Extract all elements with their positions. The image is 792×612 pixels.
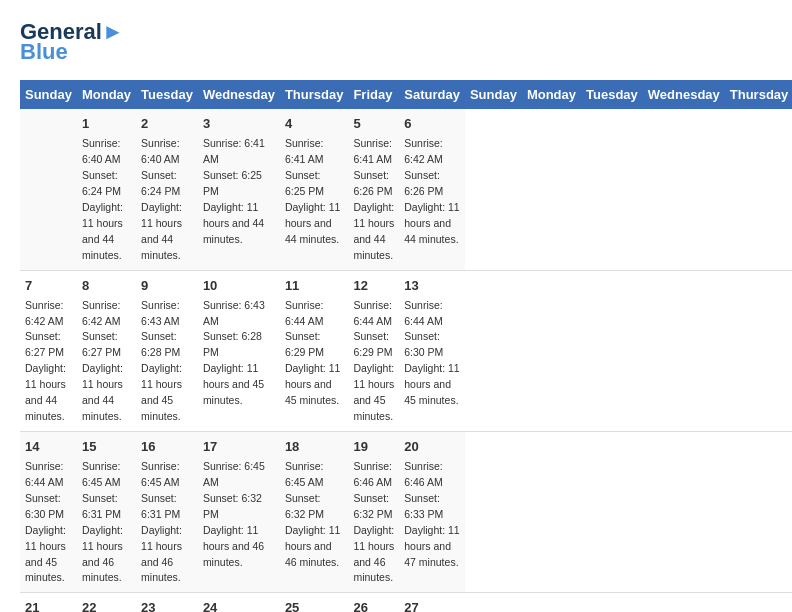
calendar-day-cell: 23Sunrise: 6:46 AMSunset: 6:34 PMDayligh… <box>136 593 198 612</box>
day-info: Sunrise: 6:41 AMSunset: 6:25 PMDaylight:… <box>203 137 265 245</box>
calendar-day-header: Thursday <box>725 80 792 109</box>
calendar-day-cell <box>20 109 77 270</box>
calendar-day-cell: 1Sunrise: 6:40 AMSunset: 6:24 PMDaylight… <box>77 109 136 270</box>
calendar-week-row: 21Sunrise: 6:46 AMSunset: 6:33 PMDayligh… <box>20 593 792 612</box>
page-header: General► Blue <box>20 20 772 64</box>
calendar-day-cell: 10Sunrise: 6:43 AMSunset: 6:28 PMDayligh… <box>198 270 280 431</box>
calendar-day-cell: 26Sunrise: 6:47 AMSunset: 6:35 PMDayligh… <box>348 593 399 612</box>
day-info: Sunrise: 6:41 AMSunset: 6:25 PMDaylight:… <box>285 137 340 245</box>
day-number: 17 <box>203 438 275 457</box>
day-number: 6 <box>404 115 460 134</box>
day-info: Sunrise: 6:42 AMSunset: 6:27 PMDaylight:… <box>25 299 66 423</box>
calendar-day-cell: 20Sunrise: 6:46 AMSunset: 6:33 PMDayligh… <box>399 432 465 593</box>
calendar-week-row: 7Sunrise: 6:42 AMSunset: 6:27 PMDaylight… <box>20 270 792 431</box>
day-number: 22 <box>82 599 131 612</box>
calendar-day-header: Wednesday <box>643 80 725 109</box>
calendar-day-cell: 19Sunrise: 6:46 AMSunset: 6:32 PMDayligh… <box>348 432 399 593</box>
day-info: Sunrise: 6:46 AMSunset: 6:33 PMDaylight:… <box>404 460 459 568</box>
calendar-day-cell: 27Sunrise: 6:47 AMSunset: 6:36 PMDayligh… <box>399 593 465 612</box>
day-info: Sunrise: 6:41 AMSunset: 6:26 PMDaylight:… <box>353 137 394 261</box>
day-info: Sunrise: 6:40 AMSunset: 6:24 PMDaylight:… <box>82 137 123 261</box>
day-number: 18 <box>285 438 344 457</box>
calendar-day-cell: 9Sunrise: 6:43 AMSunset: 6:28 PMDaylight… <box>136 270 198 431</box>
day-info: Sunrise: 6:45 AMSunset: 6:31 PMDaylight:… <box>141 460 182 584</box>
day-number: 9 <box>141 277 193 296</box>
day-number: 5 <box>353 115 394 134</box>
calendar-day-cell: 12Sunrise: 6:44 AMSunset: 6:29 PMDayligh… <box>348 270 399 431</box>
calendar-day-cell: 18Sunrise: 6:45 AMSunset: 6:32 PMDayligh… <box>280 432 349 593</box>
calendar-day-header: Monday <box>522 80 581 109</box>
day-number: 7 <box>25 277 72 296</box>
calendar-table: SundayMondayTuesdayWednesdayThursdayFrid… <box>20 80 792 612</box>
day-number: 8 <box>82 277 131 296</box>
day-number: 21 <box>25 599 72 612</box>
calendar-day-header: Sunday <box>20 80 77 109</box>
day-number: 20 <box>404 438 460 457</box>
day-number: 10 <box>203 277 275 296</box>
calendar-day-cell: 6Sunrise: 6:42 AMSunset: 6:26 PMDaylight… <box>399 109 465 270</box>
calendar-day-header: Wednesday <box>198 80 280 109</box>
calendar-day-cell: 3Sunrise: 6:41 AMSunset: 6:25 PMDaylight… <box>198 109 280 270</box>
day-number: 4 <box>285 115 344 134</box>
calendar-day-header: Monday <box>77 80 136 109</box>
day-info: Sunrise: 6:43 AMSunset: 6:28 PMDaylight:… <box>141 299 182 423</box>
day-info: Sunrise: 6:42 AMSunset: 6:26 PMDaylight:… <box>404 137 459 245</box>
day-info: Sunrise: 6:43 AMSunset: 6:28 PMDaylight:… <box>203 299 265 407</box>
day-info: Sunrise: 6:45 AMSunset: 6:31 PMDaylight:… <box>82 460 123 584</box>
day-info: Sunrise: 6:44 AMSunset: 6:30 PMDaylight:… <box>25 460 66 584</box>
day-number: 26 <box>353 599 394 612</box>
day-number: 16 <box>141 438 193 457</box>
calendar-day-header: Tuesday <box>136 80 198 109</box>
day-number: 25 <box>285 599 344 612</box>
calendar-day-cell: 8Sunrise: 6:42 AMSunset: 6:27 PMDaylight… <box>77 270 136 431</box>
day-number: 13 <box>404 277 460 296</box>
day-number: 24 <box>203 599 275 612</box>
calendar-day-cell: 25Sunrise: 6:47 AMSunset: 6:35 PMDayligh… <box>280 593 349 612</box>
calendar-day-cell: 13Sunrise: 6:44 AMSunset: 6:30 PMDayligh… <box>399 270 465 431</box>
day-number: 23 <box>141 599 193 612</box>
calendar-day-cell: 24Sunrise: 6:47 AMSunset: 6:34 PMDayligh… <box>198 593 280 612</box>
calendar-day-cell: 21Sunrise: 6:46 AMSunset: 6:33 PMDayligh… <box>20 593 77 612</box>
calendar-day-cell: 7Sunrise: 6:42 AMSunset: 6:27 PMDaylight… <box>20 270 77 431</box>
calendar-day-cell: 2Sunrise: 6:40 AMSunset: 6:24 PMDaylight… <box>136 109 198 270</box>
calendar-day-cell: 22Sunrise: 6:46 AMSunset: 6:34 PMDayligh… <box>77 593 136 612</box>
logo: General► Blue <box>20 20 124 64</box>
day-number: 15 <box>82 438 131 457</box>
day-info: Sunrise: 6:44 AMSunset: 6:30 PMDaylight:… <box>404 299 459 407</box>
day-number: 2 <box>141 115 193 134</box>
day-info: Sunrise: 6:45 AMSunset: 6:32 PMDaylight:… <box>203 460 265 568</box>
day-number: 19 <box>353 438 394 457</box>
calendar-day-header: Sunday <box>465 80 522 109</box>
calendar-week-row: 14Sunrise: 6:44 AMSunset: 6:30 PMDayligh… <box>20 432 792 593</box>
day-number: 27 <box>404 599 460 612</box>
day-info: Sunrise: 6:46 AMSunset: 6:32 PMDaylight:… <box>353 460 394 584</box>
day-number: 11 <box>285 277 344 296</box>
day-number: 3 <box>203 115 275 134</box>
calendar-day-cell: 17Sunrise: 6:45 AMSunset: 6:32 PMDayligh… <box>198 432 280 593</box>
calendar-week-row: 1Sunrise: 6:40 AMSunset: 6:24 PMDaylight… <box>20 109 792 270</box>
day-number: 1 <box>82 115 131 134</box>
calendar-day-header: Thursday <box>280 80 349 109</box>
calendar-day-header: Saturday <box>399 80 465 109</box>
day-info: Sunrise: 6:42 AMSunset: 6:27 PMDaylight:… <box>82 299 123 423</box>
day-number: 14 <box>25 438 72 457</box>
calendar-day-header: Tuesday <box>581 80 643 109</box>
calendar-day-cell: 16Sunrise: 6:45 AMSunset: 6:31 PMDayligh… <box>136 432 198 593</box>
day-number: 12 <box>353 277 394 296</box>
day-info: Sunrise: 6:45 AMSunset: 6:32 PMDaylight:… <box>285 460 340 568</box>
day-info: Sunrise: 6:40 AMSunset: 6:24 PMDaylight:… <box>141 137 182 261</box>
calendar-header-row: SundayMondayTuesdayWednesdayThursdayFrid… <box>20 80 792 109</box>
calendar-day-header: Friday <box>348 80 399 109</box>
calendar-day-cell: 4Sunrise: 6:41 AMSunset: 6:25 PMDaylight… <box>280 109 349 270</box>
calendar-day-cell: 14Sunrise: 6:44 AMSunset: 6:30 PMDayligh… <box>20 432 77 593</box>
calendar-day-cell: 15Sunrise: 6:45 AMSunset: 6:31 PMDayligh… <box>77 432 136 593</box>
calendar-day-cell: 5Sunrise: 6:41 AMSunset: 6:26 PMDaylight… <box>348 109 399 270</box>
day-info: Sunrise: 6:44 AMSunset: 6:29 PMDaylight:… <box>285 299 340 407</box>
calendar-day-cell: 11Sunrise: 6:44 AMSunset: 6:29 PMDayligh… <box>280 270 349 431</box>
day-info: Sunrise: 6:44 AMSunset: 6:29 PMDaylight:… <box>353 299 394 423</box>
